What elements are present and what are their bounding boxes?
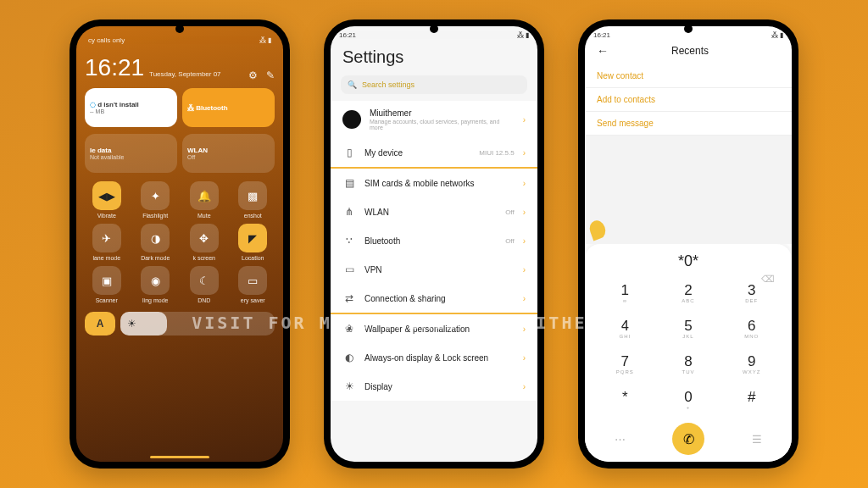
row-label: WLAN [364,208,497,217]
page-title: Recents [600,45,780,57]
settings-row[interactable]: ∵BluetoothOff› [331,226,537,255]
settings-row[interactable]: ⇄Connection & sharing› [331,284,537,313]
chevron-right-icon: › [523,265,526,274]
key-number: 8 [684,353,692,370]
phone-control-center: cy calls only ⁂ ▮ 16:21 Tuesday, Septemb… [70,19,290,469]
quick-toggle[interactable]: ▩enshot [231,181,275,219]
settings-row[interactable]: ⋔WLANOff› [331,197,537,226]
row-icon: ◐ [342,351,356,364]
keypad-key[interactable]: 8TUV [657,347,721,382]
key-number: 9 [748,353,755,370]
toggle-icon: ✈ [92,224,121,252]
tile-title: WLAN [187,147,270,154]
keypad-key[interactable]: 0+ [657,382,721,418]
carrier-text: cy calls only [88,36,125,44]
search-input[interactable]: 🔍 Search settings [341,75,527,94]
quick-toggle[interactable]: ✥k screen [182,224,226,261]
status-icons: ⁂ ▮ [771,31,783,39]
backspace-icon[interactable]: ⌫ [761,274,775,285]
quick-toggle[interactable]: ◑Dark mode [134,224,178,261]
key-letters: TUV [682,369,694,376]
quick-toggle[interactable]: ▣Scanner [85,266,129,303]
key-number: 5 [684,318,692,335]
account-row[interactable]: Miuithemer Manage accounts, cloud servic… [331,101,537,138]
quick-toggle[interactable]: ◉ling mode [134,266,178,303]
key-letters: JKL [682,334,693,341]
brightness-slider[interactable]: ☀ [120,312,275,336]
key-number: 7 [621,353,629,370]
home-indicator[interactable] [150,456,209,458]
phone-dialer: 16:21 ⁂ ▮ ← Recents New contactAdd to co… [578,19,798,469]
settings-row[interactable]: ▭VPN› [331,255,537,284]
call-button[interactable]: ✆ [672,423,704,455]
settings-row[interactable]: ▤SIM cards & mobile networks› [331,169,537,197]
keypad-key[interactable]: 6MNO [720,311,783,347]
camera-notch [430,25,438,33]
row-label: SIM cards & mobile networks [364,179,515,188]
edit-icon[interactable]: ✎ [266,69,275,81]
dialer-action[interactable]: New contact [585,64,792,88]
search-placeholder: Search settings [362,80,415,89]
keypad-key[interactable]: 7PQRS [593,347,657,382]
quick-toggle[interactable]: ✦Flashlight [134,181,178,219]
toggle-icon: ▣ [92,266,121,295]
quick-toggle[interactable]: ◤Location [231,224,275,261]
keypad-key[interactable]: 2ABC [657,275,721,311]
quick-tile[interactable]: WLANOff [182,134,275,173]
quick-toggle[interactable]: 🔔Mute [182,181,226,219]
keypad-key[interactable]: 1∞ [593,275,657,311]
contacts-icon[interactable]: ☰ [740,433,774,446]
chevron-right-icon: › [523,115,526,125]
tile-title: ⁂ Bluetooth [187,104,270,112]
my-device-row[interactable]: ▯ My device MIUI 12.5.5 › [331,138,537,167]
toggle-icon: ◑ [141,224,170,252]
toggle-label: ery saver [241,297,265,303]
row-label: Wallpaper & personalization [364,324,515,334]
settings-icon[interactable]: ⚙ [248,69,258,81]
keypad-key[interactable]: # [720,382,783,418]
key-letters: ABC [682,298,694,305]
toggle-icon: ✥ [190,224,219,252]
dialer-action[interactable]: Add to contacts [585,88,792,112]
quick-tile[interactable]: ⁂ Bluetooth [182,88,275,127]
key-letters: MNO [744,334,759,341]
keypad-key[interactable]: 4GHI [593,311,657,347]
toggle-label: Flashlight [142,213,168,219]
settings-row[interactable]: ☀Display› [331,372,537,401]
dialer-action[interactable]: Send message [585,112,792,136]
key-number: 1 [621,282,629,299]
settings-row[interactable]: ❀Wallpaper & personalization› [331,314,537,343]
toggle-label: DND [198,297,210,303]
toggle-label: k screen [193,255,215,261]
quick-tile[interactable]: ◌ d isn't install-- MB [85,88,177,127]
toggle-label: Dark mode [141,255,170,261]
row-icon: ▤ [342,176,356,190]
keypad-key[interactable]: * [593,382,657,418]
keypad-key[interactable]: 9WXYZ [720,347,783,382]
settings-row[interactable]: ◐Always-on display & Lock screen› [331,343,537,372]
key-letters: + [687,405,691,412]
quick-toggle[interactable]: ☾DND [182,266,226,303]
key-letters: DEF [745,298,758,305]
keypad-key[interactable]: 5JKL [657,311,721,347]
row-label: Connection & sharing [364,294,515,303]
chevron-right-icon: › [523,382,526,391]
key-number: * [622,389,628,406]
quick-toggle[interactable]: ◀▶Vibrate [85,181,129,219]
quick-toggle[interactable]: ▭ery saver [231,266,275,303]
phone-icon: ▯ [342,146,356,159]
key-number: 4 [621,318,629,335]
account-name: Miuithemer [370,108,411,118]
key-letters: ∞ [623,298,627,305]
quick-tile[interactable]: le dataNot available [85,134,177,173]
menu-icon[interactable]: ⋯ [603,433,637,446]
toggle-label: Mute [198,213,211,219]
toggle-icon: ◉ [141,266,170,295]
chevron-right-icon: › [523,208,526,217]
location-pin-icon [587,219,608,241]
chevron-right-icon: › [523,148,526,158]
row-label: VPN [364,265,515,274]
quick-toggle[interactable]: ✈lane mode [85,224,129,261]
row-icon: ⋔ [342,205,356,219]
auto-brightness-toggle[interactable]: A [85,312,115,336]
